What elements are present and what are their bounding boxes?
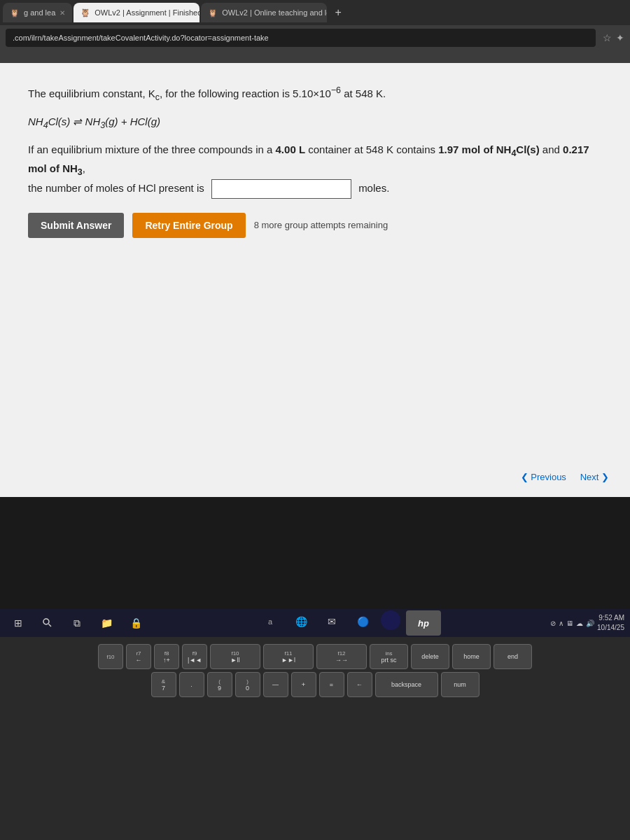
attempts-remaining-text: 8 more group attempts remaining <box>254 220 388 230</box>
hp-logo: hp <box>406 610 441 636</box>
key-f11[interactable]: f11 ►►l <box>263 644 314 669</box>
navigation-arrows: ❮ Previous Next ❯ <box>521 472 609 483</box>
tab3-label: OWLv2 | Online teaching and lea <box>222 8 327 17</box>
lock-button[interactable]: 🔒 <box>123 612 148 634</box>
button-row: Submit Answer Retry Entire Group 8 more … <box>28 213 602 238</box>
search-button[interactable] <box>35 612 60 634</box>
question-intro: The equilibrium constant, Kc, for the fo… <box>28 84 602 104</box>
next-link[interactable]: Next ❯ <box>580 472 609 483</box>
taskbar-dark-icon[interactable] <box>381 610 400 630</box>
bookmark-star-icon[interactable]: ✦ <box>616 32 624 43</box>
taskview-button[interactable]: ⧉ <box>64 612 90 634</box>
page-content: The equilibrium constant, Kc, for the fo… <box>0 63 630 497</box>
key-f9[interactable]: f9 |◄◄ <box>182 644 207 669</box>
address-bar[interactable]: .com/ilrn/takeAssignment/takeCovalentAct… <box>6 29 596 47</box>
retry-entire-group-button[interactable]: Retry Entire Group <box>132 213 245 238</box>
subscript-c: c <box>155 92 160 102</box>
key-ampersand[interactable]: & 7 <box>151 672 176 697</box>
superscript-neg6: −6 <box>331 85 341 95</box>
key-period[interactable]: . <box>179 672 204 697</box>
hcl-moles-input[interactable] <box>211 179 351 199</box>
key-f10-play[interactable]: f10 ►ll <box>210 644 260 669</box>
tray-network-icon: 🖥 <box>566 620 573 627</box>
key-f10[interactable]: f10 <box>98 644 123 669</box>
key-plus[interactable]: + <box>291 672 316 697</box>
taskbar-center-area: a 🌐 ✉ 🔵 hp <box>153 610 546 636</box>
start-button[interactable]: ⊞ <box>6 612 31 634</box>
browser-action-icons: ☆ ✦ <box>603 32 624 43</box>
keyboard-area: f10 r7 ← f8 ↑+ f9 |◄◄ f10 ►ll f11 ►►l f1… <box>0 637 630 840</box>
key-f12[interactable]: f12 →→ <box>316 644 367 669</box>
svg-point-0 <box>43 619 49 624</box>
tab1-favicon: 🦉 <box>10 8 20 18</box>
tab-owlv2-assignment[interactable]: 🦉 OWLv2 | Assignment | Finished ✕ <box>74 3 200 22</box>
tab2-label: OWLv2 | Assignment | Finished <box>94 8 200 17</box>
function-key-row: f10 r7 ← f8 ↑+ f9 |◄◄ f10 ►ll f11 ►►l f1… <box>7 644 623 669</box>
moles-unit-label: moles. <box>358 182 389 194</box>
key-left-arrow[interactable]: ← <box>347 672 372 697</box>
key-equals[interactable]: = <box>319 672 344 697</box>
tab1-close[interactable]: ✕ <box>59 9 65 17</box>
tab-bar: 🦉 g and lea ✕ 🦉 OWLv2 | Assignment | Fin… <box>0 0 630 25</box>
key-dash[interactable]: — <box>263 672 288 697</box>
search-icon <box>42 617 53 629</box>
key-ins-prtsc[interactable]: ins prt sc <box>370 644 408 669</box>
tab3-favicon: 🦉 <box>208 8 218 18</box>
file-explorer-button[interactable]: 📁 <box>94 612 119 634</box>
key-num[interactable]: num <box>441 672 479 697</box>
taskbar-email-icon[interactable]: ✉ <box>319 610 344 633</box>
clock-time: 9:52 AM <box>597 613 624 623</box>
browser-chrome: 🦉 g and lea ✕ 🦉 OWLv2 | Assignment | Fin… <box>0 0 630 63</box>
previous-link[interactable]: ❮ Previous <box>521 472 566 483</box>
question-body: If an equilibrium mixture of the three c… <box>28 141 602 199</box>
key-f8[interactable]: f8 ↑+ <box>154 644 179 669</box>
key-delete[interactable]: delete <box>411 644 449 669</box>
tab-owlv2-online[interactable]: 🦉 OWLv2 | Online teaching and lea ✕ <box>201 3 327 22</box>
taskbar-chrome-icon[interactable]: 🔵 <box>350 610 375 633</box>
tray-sound-icon: 🔊 <box>586 620 594 627</box>
taskbar-a-label: a <box>258 610 283 633</box>
tray-up-icon: ∧ <box>559 620 564 627</box>
new-tab-button[interactable]: + <box>328 3 348 22</box>
key-open-paren[interactable]: ( 9 <box>207 672 232 697</box>
taskbar-right: ⊘ ∧ 🖥 ☁ 🔊 9:52 AM 10/14/25 <box>550 613 624 633</box>
svg-line-1 <box>49 624 52 627</box>
key-end[interactable]: end <box>493 644 532 669</box>
key-home[interactable]: home <box>452 644 491 669</box>
system-tray-clock: 9:52 AM 10/14/25 <box>597 613 624 633</box>
symbol-key-row: & 7 . ( 9 ) 0 — + = ← backspace num <box>7 672 623 697</box>
key-f7[interactable]: r7 ← <box>126 644 151 669</box>
tab2-favicon: 🦉 <box>80 8 90 18</box>
bookmark-icon[interactable]: ☆ <box>603 32 612 43</box>
key-backspace[interactable]: backspace <box>375 672 438 697</box>
input-label-text: the number of moles of HCl present is <box>28 182 204 194</box>
tab-g-and-lea[interactable]: 🦉 g and lea ✕ <box>3 3 72 22</box>
submit-answer-button[interactable]: Submit Answer <box>28 213 124 238</box>
tray-cloud-icon: ☁ <box>576 620 583 627</box>
key-close-paren[interactable]: ) 0 <box>235 672 260 697</box>
tab1-label: g and lea <box>24 8 55 17</box>
address-bar-row: .com/ilrn/takeAssignment/takeCovalentAct… <box>0 25 630 50</box>
taskbar: ⊞ ⧉ 📁 🔒 a 🌐 ✉ 🔵 hp ⊘ ∧ 🖥 ☁ 🔊 9:52 AM 10/… <box>0 609 630 637</box>
taskbar-browser-icon[interactable]: 🌐 <box>288 610 314 633</box>
address-text: .com/ilrn/takeAssignment/takeCovalentAct… <box>13 34 269 42</box>
tray-vpn-icon: ⊘ <box>550 620 556 627</box>
reaction-equation: NH4Cl(s) ⇌ NH3(g) + HCl(g) <box>28 115 602 130</box>
clock-date: 10/14/25 <box>597 623 624 633</box>
